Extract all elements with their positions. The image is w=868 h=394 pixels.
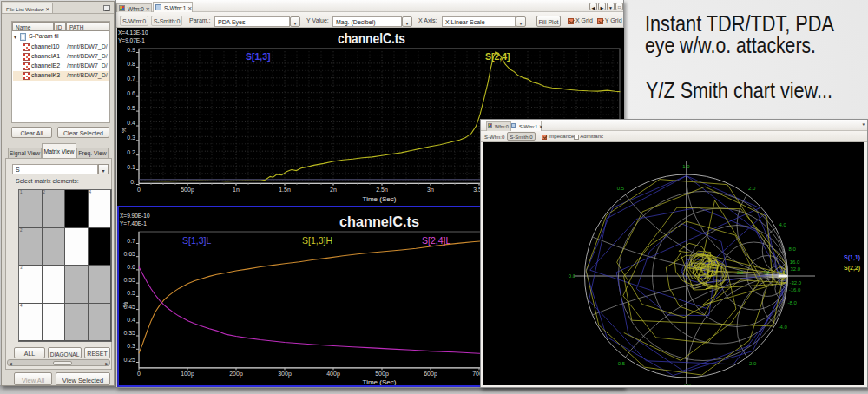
svg-text:S[1,3]L: S[1,3]L (182, 235, 211, 246)
svg-text:200p: 200p (229, 371, 243, 378)
svg-text:S[2,4]L: S[2,4]L (422, 235, 450, 246)
svg-text:S(1,1): S(1,1) (844, 254, 860, 261)
svg-text:4.0: 4.0 (779, 222, 787, 227)
svg-text:0.4: 0.4 (127, 317, 135, 323)
svg-text:Y/Z Smith chart view...: Y/Z Smith chart view... (646, 78, 832, 102)
svg-text:0.9: 0.9 (127, 47, 135, 53)
svg-text:0.6: 0.6 (127, 90, 135, 96)
svg-text:1n: 1n (233, 187, 240, 193)
svg-text:0.65: 0.65 (123, 251, 135, 257)
svg-text:X=4.13E-10: X=4.13E-10 (118, 30, 148, 36)
svg-text:16.0: 16.0 (790, 259, 800, 265)
svg-text:S(2,2): S(2,2) (844, 265, 860, 272)
svg-text:2.0: 2.0 (748, 186, 756, 191)
svg-text:2n: 2n (330, 187, 337, 193)
svg-text:S[1,3]: S[1,3] (246, 51, 271, 62)
svg-text:-16.0: -16.0 (789, 287, 801, 292)
svg-text:500p: 500p (181, 187, 194, 194)
svg-text:300p: 300p (278, 371, 292, 378)
svg-text:0.8: 0.8 (127, 61, 135, 67)
svg-text:channelC.ts: channelC.ts (338, 30, 405, 46)
svg-text:S[2,4]: S[2,4] (485, 51, 510, 62)
svg-text:0.5: 0.5 (127, 105, 135, 111)
svg-text:0.4: 0.4 (127, 120, 135, 126)
svg-text:0: 0 (137, 371, 141, 377)
svg-text:500p: 500p (375, 371, 389, 378)
svg-text:0.7: 0.7 (127, 238, 135, 244)
svg-text:0: 0 (137, 187, 141, 193)
svg-text:600p: 600p (424, 371, 437, 378)
svg-text:Instant TDR/TDT, PDA: Instant TDR/TDT, PDA (645, 11, 834, 36)
svg-text:-32.0: -32.0 (789, 280, 801, 286)
svg-text:%: % (122, 302, 128, 307)
svg-text:0.25: 0.25 (123, 357, 135, 363)
svg-text:Y=7.40E-1: Y=7.40E-1 (120, 220, 147, 227)
svg-text:0.2: 0.2 (127, 149, 135, 155)
svg-text:0.3: 0.3 (127, 135, 135, 141)
svg-text:32.0: 32.0 (790, 266, 800, 272)
svg-text:0.55: 0.55 (123, 277, 135, 283)
svg-text:400p: 400p (326, 371, 340, 378)
svg-text:0.5: 0.5 (127, 290, 135, 296)
svg-text:8.0: 8.0 (788, 246, 796, 252)
svg-text:0.: 0. (130, 179, 135, 185)
svg-text:0.1: 0.1 (127, 164, 135, 170)
svg-text:channelC.ts: channelC.ts (339, 213, 419, 229)
svg-text:3n: 3n (427, 187, 434, 193)
svg-text:2.5n: 2.5n (376, 187, 388, 193)
svg-text:0.0: 0.0 (569, 273, 576, 279)
svg-text:-4.0: -4.0 (779, 325, 788, 330)
svg-text:-1.0: -1.0 (681, 383, 691, 385)
svg-text:100p: 100p (181, 371, 194, 378)
svg-text:Y=9.07E-1: Y=9.07E-1 (118, 37, 145, 43)
svg-text:eye w/w.o. attackers.: eye w/w.o. attackers. (645, 33, 816, 57)
svg-text:Time (Sec): Time (Sec) (363, 378, 397, 385)
svg-text:-0.5: -0.5 (616, 361, 626, 366)
svg-text:2.0: 2.0 (737, 270, 743, 275)
svg-text:1.5n: 1.5n (279, 187, 291, 193)
svg-text:-2.0: -2.0 (747, 361, 757, 366)
svg-text:0.7: 0.7 (127, 76, 135, 82)
svg-text:%: % (121, 128, 127, 133)
svg-text:-8.0: -8.0 (787, 300, 797, 305)
svg-text:0.3: 0.3 (127, 343, 135, 349)
svg-text:0.5: 0.5 (617, 186, 625, 191)
svg-text:0.6: 0.6 (127, 264, 135, 270)
svg-text:X=9.90E-10: X=9.90E-10 (120, 213, 150, 219)
svg-text:Time (Sec): Time (Sec) (363, 195, 397, 203)
svg-text:1.0: 1.0 (682, 164, 690, 169)
svg-text:S[1,3]H: S[1,3]H (302, 235, 332, 246)
svg-text:0.35: 0.35 (123, 330, 135, 336)
